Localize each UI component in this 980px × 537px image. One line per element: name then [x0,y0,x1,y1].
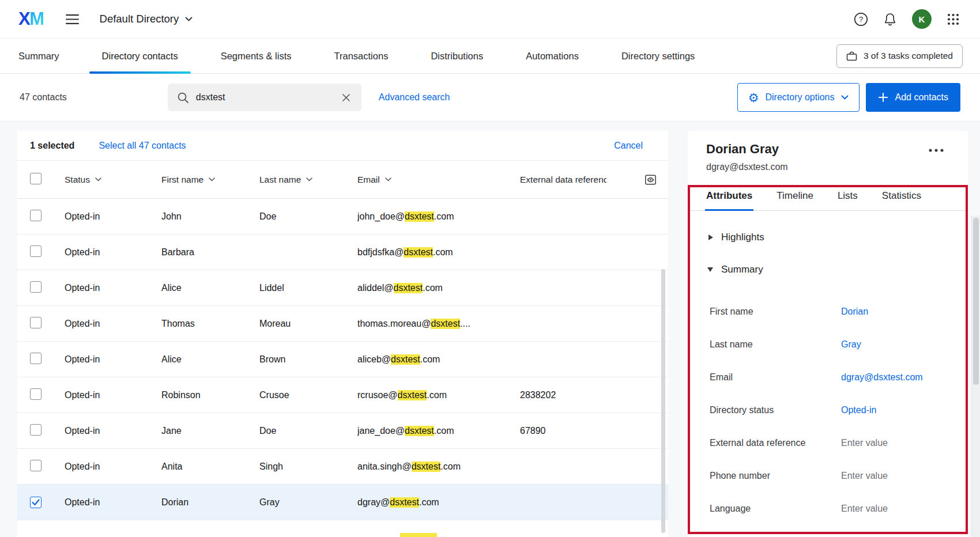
table-row[interactable]: Opted-inBarbarabdfjdsfka@dsxtest.com [17,235,668,270]
panel-header: Dorian Gray [688,131,968,157]
table-scrollbar[interactable] [661,269,665,533]
row-checkbox-cell [29,460,65,474]
table-row[interactable]: Opted-inDorianGraydgray@dsxtest.com [17,485,668,520]
clear-search-icon[interactable] [340,92,352,104]
tab-directory-settings[interactable]: Directory settings [609,39,707,73]
search-highlight: dsxtest [431,319,460,329]
column-visibility-icon[interactable] [644,174,657,186]
row-checkbox-cell [29,353,65,366]
tab-segments-lists[interactable]: Segments & lists [208,39,304,73]
tasks-completed-label: 3 of 3 tasks completed [864,51,953,61]
advanced-search-link[interactable]: Advanced search [379,92,450,103]
chevron-down-icon[interactable] [306,177,312,181]
contact-email: dgray@dsxtest.com [688,162,968,172]
notifications-bell-icon[interactable] [884,12,896,26]
panel-tab-statistics[interactable]: Statistics [881,187,922,210]
svg-text:?: ? [859,15,863,24]
select-all-checkbox[interactable] [30,173,42,184]
column-header-external-data-reference[interactable]: External data reference [520,175,630,185]
section-summary-label: Summary [721,264,763,275]
window-scrollbar-thumb[interactable] [973,218,979,385]
table-row[interactable]: Opted-inThomasMoreauthomas.moreau@dsxtes… [17,306,668,342]
column-header-last-name[interactable]: Last name [259,175,357,185]
attribute-value-first-name[interactable]: Dorian [841,307,868,317]
section-summary[interactable]: Summary [707,264,968,275]
email-cell: thomas.moreau@dsxtest.... [357,319,520,329]
email-prefix: thomas.moreau@ [357,319,431,328]
directory-options-button[interactable]: ⚙ Directory options [737,83,860,112]
directory-options-label: Directory options [765,92,834,103]
panel-tabs: AttributesTimelineListsStatistics [688,187,968,211]
hamburger-menu-icon[interactable] [63,12,81,27]
xm-logo: XM [18,9,44,29]
section-highlights[interactable]: Highlights [708,232,968,243]
table-row[interactable]: Opted-inJohnDoejohn_doe@dsxtest.com [17,199,668,235]
last-name-cell: Doe [259,211,357,222]
select-all-link[interactable]: Select all 47 contacts [99,141,186,151]
row-checkbox[interactable] [30,210,42,221]
last-name-cell: Moreau [259,319,357,329]
attribute-label: First name [710,307,841,317]
panel-tab-timeline[interactable]: Timeline [775,187,815,210]
more-options-icon[interactable] [928,148,945,153]
row-checkbox-cell [29,388,65,402]
help-icon[interactable]: ? [854,12,868,27]
apps-grid-icon[interactable] [947,13,959,25]
email-suffix: .... [460,319,470,328]
email-cell: john_doe@dsxtest.com [357,211,520,222]
panel-tab-lists[interactable]: Lists [836,187,859,210]
header-icon-cell [630,174,668,186]
attribute-value-email[interactable]: dgray@dsxtest.com [841,372,923,383]
table-row[interactable]: Opted-inJaneDoejane_doe@dsxtest.com67890 [17,413,668,449]
attribute-value-external-data-reference[interactable]: Enter value [841,438,888,448]
panel-tab-attributes[interactable]: Attributes [705,187,753,210]
tab-summary[interactable]: Summary [18,39,72,73]
nav-tab-label: Directory contacts [102,51,178,62]
row-checkbox[interactable] [30,424,42,436]
tab-automations[interactable]: Automations [513,39,591,73]
chevron-down-icon[interactable] [95,177,101,181]
tasks-completed-button[interactable]: 3 of 3 tasks completed [836,44,963,68]
column-header-first-name[interactable]: First name [161,175,259,185]
tab-transactions[interactable]: Transactions [322,39,401,73]
column-header-status[interactable]: Status [65,175,161,185]
table-row[interactable]: Opted-inAliceBrownaliceb@dsxtest.com [17,342,668,377]
row-checkbox[interactable] [30,245,42,257]
chevron-down-icon[interactable] [385,177,391,181]
nav-tab-label: Automations [526,51,579,62]
table-row[interactable]: Opted-inAnitaSinghanita.singh@dsxtest.co… [17,449,668,485]
tab-distributions[interactable]: Distributions [418,39,496,73]
attribute-value-phone-number[interactable]: Enter value [841,471,888,481]
row-checkbox[interactable] [30,497,42,508]
chevron-down-icon [185,17,193,21]
row-checkbox[interactable] [30,281,42,293]
attribute-value-directory-status[interactable]: Opted-in [841,405,876,415]
column-header-label: External data reference [520,175,606,185]
row-checkbox-cell [29,497,65,508]
search-box[interactable] [168,84,361,111]
row-checkbox[interactable] [30,317,42,328]
table-row[interactable]: Opted-inRobinsonCrusoercrusoe@dsxtest.co… [17,377,668,413]
contact-name: Dorian Gray [706,142,779,157]
search-input[interactable] [196,92,333,103]
nav-tab-label: Directory settings [621,51,695,62]
next-row-highlight-fragment [400,533,437,537]
tab-directory-contacts[interactable]: Directory contacts [89,39,191,73]
add-contacts-button[interactable]: Add contacts [866,83,961,112]
chevron-down-icon[interactable] [209,177,215,181]
user-avatar[interactable]: K [912,9,932,29]
column-header-email[interactable]: Email [357,175,520,185]
email-prefix: aliceb@ [357,354,391,364]
cancel-selection-link[interactable]: Cancel [614,141,643,151]
email-prefix: dgray@ [357,497,390,507]
content-area: 1 selected Select all 47 contacts Cancel… [0,122,980,537]
table-row[interactable]: Opted-inAliceLiddelaliddel@dsxtest.com [17,270,668,306]
attribute-value-language[interactable]: Enter value [841,504,888,514]
email-cell: dgray@dsxtest.com [357,497,520,508]
window-scrollbar[interactable] [971,215,980,537]
attribute-value-last-name[interactable]: Gray [841,339,861,350]
row-checkbox[interactable] [30,460,42,471]
row-checkbox[interactable] [30,388,42,400]
directory-selector[interactable]: Default Directory [100,13,193,25]
row-checkbox[interactable] [30,353,42,364]
